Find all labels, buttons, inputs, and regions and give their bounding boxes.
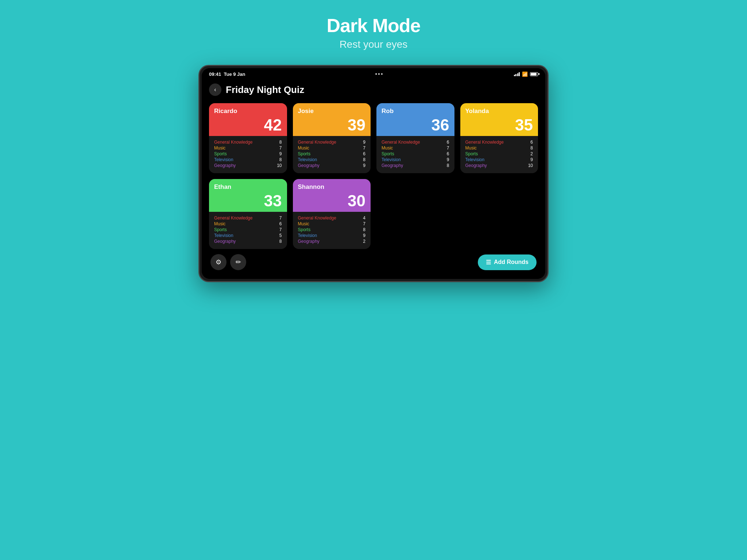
page-title: Dark Mode <box>327 15 421 36</box>
player-card-rob[interactable]: Rob36General Knowledge6Music7Sports6Tele… <box>376 103 454 173</box>
stat-label: Television <box>465 157 485 162</box>
stat-label: Television <box>214 157 233 162</box>
stat-row: Television9 <box>382 157 449 162</box>
bottom-left-buttons: ⚙ ✏ <box>210 254 246 270</box>
stat-value: 9 <box>447 157 449 162</box>
stat-value: 8 <box>279 239 282 244</box>
stat-value: 7 <box>363 221 365 226</box>
page-subtitle: Rest your eyes <box>327 39 421 50</box>
stat-label: Music <box>214 221 225 226</box>
stat-row: General Knowledge9 <box>298 140 366 145</box>
stat-row: Geography2 <box>298 239 366 244</box>
player-card-ricardo[interactable]: Ricardo42General Knowledge8Music7Sports9… <box>209 103 287 173</box>
empty-card-slot <box>376 179 454 249</box>
stat-row: Television5 <box>214 233 282 238</box>
nav-bar: ‹ Friday Night Quiz <box>209 80 538 103</box>
stat-label: General Knowledge <box>298 215 336 221</box>
stat-value: 9 <box>363 140 365 145</box>
add-rounds-button[interactable]: ☰ Add Rounds <box>478 254 537 270</box>
signal-icon <box>514 72 520 76</box>
stat-label: General Knowledge <box>214 140 252 145</box>
edit-icon: ✏ <box>236 258 241 266</box>
stat-value: 7 <box>279 227 282 232</box>
stat-value: 7 <box>279 145 282 151</box>
stat-value: 7 <box>447 145 449 151</box>
stat-row: Television9 <box>465 157 533 162</box>
battery-icon <box>530 72 538 76</box>
stat-value: 9 <box>363 233 365 238</box>
stat-row: Music6 <box>214 221 282 226</box>
stat-value: 8 <box>279 157 282 162</box>
stat-label: General Knowledge <box>298 140 336 145</box>
stat-value: 9 <box>363 163 365 168</box>
stat-value: 8 <box>447 163 449 168</box>
cards-row-2: Ethan33General Knowledge7Music6Sports7Te… <box>209 179 538 249</box>
stat-row: Music7 <box>298 145 366 151</box>
stat-value: 7 <box>279 215 282 221</box>
stat-label: General Knowledge <box>214 215 252 221</box>
status-dots: ••• <box>375 71 384 77</box>
page-header: Dark Mode Rest your eyes <box>327 15 421 50</box>
stat-value: 6 <box>530 140 533 145</box>
stat-value: 10 <box>528 163 533 168</box>
wifi-icon: 📶 <box>522 71 528 77</box>
stat-value: 2 <box>363 239 365 244</box>
tablet-device: 09:41 Tue 9 Jan ••• 📶 ‹ <box>198 65 549 282</box>
stat-value: 2 <box>530 151 533 156</box>
player-card-ethan[interactable]: Ethan33General Knowledge7Music6Sports7Te… <box>209 179 287 249</box>
stat-row: Geography10 <box>465 163 533 168</box>
stat-label: Geography <box>382 163 403 168</box>
player-card-shannon[interactable]: Shannon30General Knowledge4Music7Sports8… <box>293 179 371 249</box>
stat-value: 9 <box>279 151 282 156</box>
stat-row: Television9 <box>298 233 366 238</box>
stat-row: Sports6 <box>298 151 366 156</box>
stat-label: Geography <box>214 163 236 168</box>
edit-button[interactable]: ✏ <box>230 254 246 270</box>
stat-row: General Knowledge6 <box>465 140 533 145</box>
stat-row: General Knowledge7 <box>214 215 282 221</box>
player-score-josie: 39 <box>298 117 366 133</box>
stat-row: Music7 <box>214 145 282 151</box>
player-score-shannon: 30 <box>298 193 366 209</box>
stat-row: Geography9 <box>298 163 366 168</box>
player-card-josie[interactable]: Josie39General Knowledge9Music7Sports6Te… <box>293 103 371 173</box>
stat-label: General Knowledge <box>465 140 504 145</box>
add-rounds-label: Add Rounds <box>494 259 529 265</box>
settings-icon: ⚙ <box>216 258 221 266</box>
stat-row: Television8 <box>214 157 282 162</box>
stat-value: 8 <box>279 140 282 145</box>
stat-row: Sports9 <box>214 151 282 156</box>
stat-label: Music <box>382 145 393 151</box>
stat-value: 6 <box>447 151 449 156</box>
stat-row: Music7 <box>298 221 366 226</box>
add-rounds-icon: ☰ <box>486 259 491 266</box>
stat-row: Sports7 <box>214 227 282 232</box>
stat-label: Television <box>298 157 317 162</box>
stat-label: Sports <box>382 151 394 156</box>
stat-row: Geography8 <box>214 239 282 244</box>
stat-value: 6 <box>447 140 449 145</box>
stat-value: 7 <box>363 145 365 151</box>
stat-label: Sports <box>298 151 311 156</box>
stat-value: 8 <box>363 227 365 232</box>
player-card-yolanda[interactable]: Yolanda35General Knowledge6Music8Sports2… <box>460 103 538 173</box>
player-score-rob: 36 <box>382 117 449 133</box>
player-name-rob: Rob <box>382 108 449 115</box>
status-bar: 09:41 Tue 9 Jan ••• 📶 <box>202 68 545 80</box>
stat-row: General Knowledge4 <box>298 215 366 221</box>
stat-row: General Knowledge8 <box>214 140 282 145</box>
player-name-josie: Josie <box>298 108 366 115</box>
cards-row-1: Ricardo42General Knowledge8Music7Sports9… <box>209 103 538 173</box>
empty-card-slot <box>460 179 538 249</box>
stat-label: Television <box>214 233 233 238</box>
stat-label: Geography <box>298 163 320 168</box>
stat-row: Television8 <box>298 157 366 162</box>
stat-row: General Knowledge6 <box>382 140 449 145</box>
player-score-ricardo: 42 <box>214 117 282 133</box>
player-name-ricardo: Ricardo <box>214 108 282 115</box>
stat-value: 8 <box>530 145 533 151</box>
settings-button[interactable]: ⚙ <box>210 254 227 270</box>
bottom-bar: ⚙ ✏ ☰ Add Rounds <box>209 249 538 272</box>
stat-row: Sports6 <box>382 151 449 156</box>
back-button[interactable]: ‹ <box>209 83 221 96</box>
